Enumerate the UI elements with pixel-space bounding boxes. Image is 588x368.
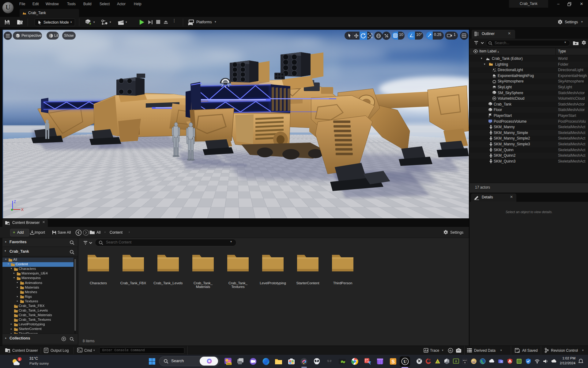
svg-text:PRE: PRE: [227, 363, 231, 365]
svg-text:EPIC: EPIC: [463, 359, 467, 361]
svg-text:1: 1: [19, 358, 20, 361]
svg-text:T: T: [501, 360, 502, 363]
svg-text:U: U: [403, 359, 406, 364]
svg-text:A: A: [455, 360, 457, 363]
svg-text:Z: Z: [14, 200, 16, 204]
svg-text:S: S: [391, 359, 395, 364]
svg-text:X: X: [21, 208, 24, 212]
